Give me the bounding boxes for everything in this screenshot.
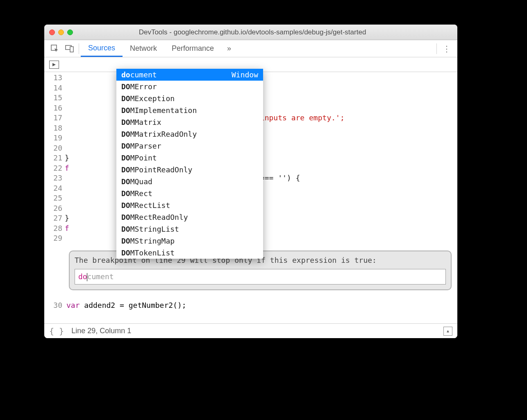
autocomplete-item[interactable]: DOMStringList [116,223,263,235]
autocomplete-item[interactable]: DOMException [116,93,263,104]
tab-strip: Sources Network Performance » ⋮ [44,40,457,57]
device-icon[interactable] [62,45,77,52]
autocomplete-item[interactable]: DOMRect [116,187,263,199]
autocomplete-item[interactable]: DOMImplementation [116,104,263,116]
autocomplete-item[interactable]: DOMParser [116,140,263,152]
more-tabs-icon[interactable]: » [221,44,237,53]
line-gutter: 13 14 15 16 17 18 19 20 21 22 23 24 25 2… [44,72,65,323]
titlebar: DevTools - googlechrome.github.io/devtoo… [44,25,457,40]
autocomplete-popup: documentWindowDOMErrorDOMExceptionDOMImp… [116,69,263,259]
autocomplete-item[interactable]: DOMMatrixReadOnly [116,128,263,140]
autocomplete-item[interactable]: DOMQuad [116,176,263,187]
status-bar: { } Line 29, Column 1 ▲ [44,323,457,338]
pretty-print-icon[interactable]: { } [49,326,64,336]
autocomplete-item[interactable]: DOMMatrix [116,116,263,128]
window-title: DevTools - googlechrome.github.io/devtoo… [52,28,452,36]
autocomplete-item[interactable]: DOMError [116,81,263,93]
cursor-position: Line 29, Column 1 [71,327,131,335]
menu-icon[interactable]: ⋮ [438,44,457,54]
resume-icon[interactable] [49,61,59,69]
devtools-window: DevTools - googlechrome.github.io/devtoo… [44,25,457,338]
expand-icon[interactable]: ▲ [443,327,452,336]
autocomplete-item[interactable]: DOMRectReadOnly [116,211,263,223]
autocomplete-item[interactable]: DOMPointReadOnly [116,164,263,176]
autocomplete-item[interactable]: DOMTokenList [116,247,263,259]
divider [436,43,437,54]
code-line-30: 30 var addend2 = getNumber2(); [44,300,457,311]
svg-rect-2 [70,47,73,52]
autocomplete-item[interactable]: DOMPoint [116,152,263,164]
divider [79,43,79,54]
inspect-icon[interactable] [48,44,62,53]
autocomplete-type: Window [232,70,258,79]
tab-sources[interactable]: Sources [81,40,123,57]
conditional-input[interactable]: document [75,269,446,285]
autocomplete-item[interactable]: DOMStringMap [116,235,263,247]
autocomplete-item[interactable]: documentWindow [116,69,263,81]
autocomplete-item[interactable]: DOMRectList [116,199,263,211]
tab-performance[interactable]: Performance [164,40,221,57]
tab-network[interactable]: Network [123,40,164,57]
